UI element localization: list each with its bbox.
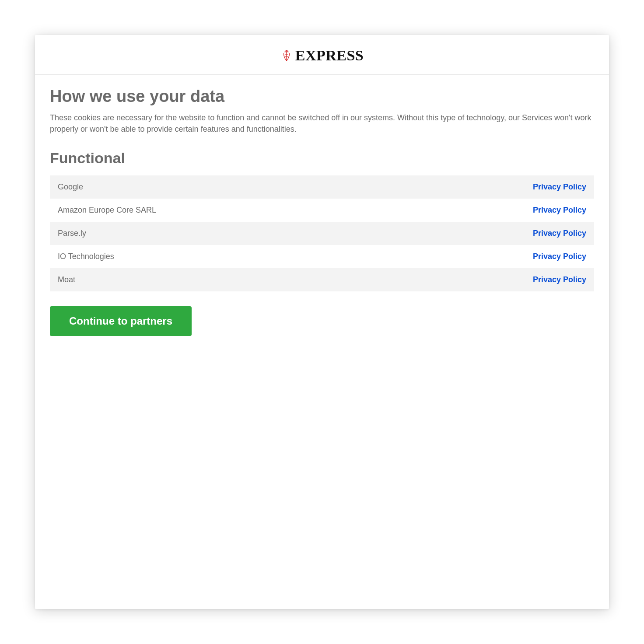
- vendor-list: Google Privacy Policy Amazon Europe Core…: [50, 175, 594, 291]
- brand-name: EXPRESS: [295, 47, 364, 64]
- privacy-policy-link[interactable]: Privacy Policy: [533, 252, 586, 261]
- vendor-row: Google Privacy Policy: [50, 175, 594, 199]
- consent-dialog: EXPRESS How we use your data These cooki…: [35, 35, 609, 609]
- vendor-name: IO Technologies: [58, 252, 114, 261]
- page-description: These cookies are necessary for the webs…: [50, 112, 594, 135]
- vendor-row: Moat Privacy Policy: [50, 268, 594, 291]
- page-title: How we use your data: [50, 87, 594, 106]
- dialog-content: How we use your data These cookies are n…: [35, 75, 609, 609]
- vendor-name: Amazon Europe Core SARL: [58, 206, 156, 215]
- vendor-name: Parse.ly: [58, 229, 86, 238]
- express-crusader-icon: [280, 49, 293, 63]
- privacy-policy-link[interactable]: Privacy Policy: [533, 275, 586, 284]
- dialog-header: EXPRESS: [35, 35, 609, 75]
- section-heading: Functional: [50, 150, 594, 167]
- privacy-policy-link[interactable]: Privacy Policy: [533, 182, 586, 192]
- vendor-row: Parse.ly Privacy Policy: [50, 222, 594, 245]
- vendor-name: Google: [58, 182, 83, 192]
- vendor-row: Amazon Europe Core SARL Privacy Policy: [50, 199, 594, 222]
- privacy-policy-link[interactable]: Privacy Policy: [533, 229, 586, 238]
- privacy-policy-link[interactable]: Privacy Policy: [533, 206, 586, 215]
- vendor-name: Moat: [58, 275, 75, 284]
- vendor-row: IO Technologies Privacy Policy: [50, 245, 594, 268]
- continue-to-partners-button[interactable]: Continue to partners: [50, 306, 192, 336]
